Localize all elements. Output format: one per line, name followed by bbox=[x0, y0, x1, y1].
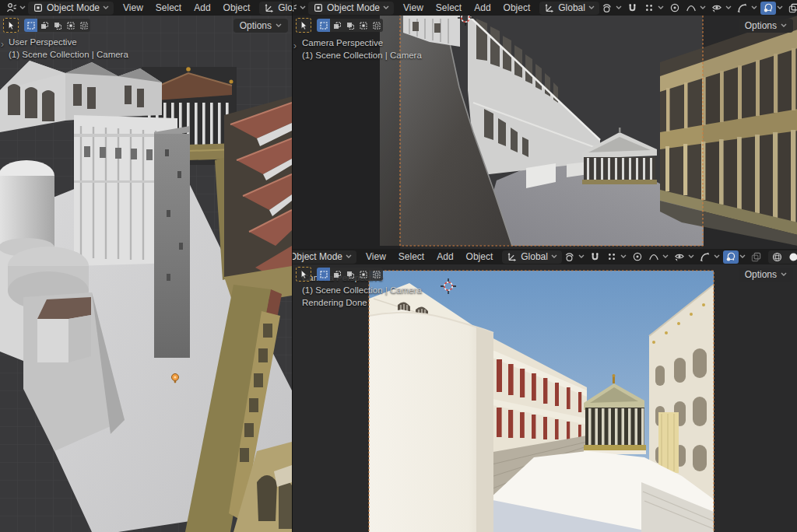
select-mode-set-button[interactable] bbox=[24, 19, 37, 32]
mode-dropdown[interactable]: Object Mode bbox=[28, 2, 114, 15]
pivot-point-chevron[interactable] bbox=[616, 2, 624, 15]
proportional-falloff-chevron[interactable] bbox=[662, 250, 671, 264]
menu-add[interactable]: Add bbox=[468, 0, 497, 16]
select-set-icon bbox=[319, 270, 328, 279]
menu-select[interactable]: Select bbox=[392, 249, 430, 264]
proportional-falloff-chevron[interactable] bbox=[700, 2, 708, 15]
xray-toggle-button[interactable] bbox=[749, 250, 764, 264]
menu-object[interactable]: Object bbox=[460, 249, 500, 264]
object-type-visibility-chevron[interactable] bbox=[688, 250, 697, 264]
select-extend-icon bbox=[332, 21, 342, 30]
chevron-down-icon bbox=[276, 23, 282, 28]
snap-toggle-button[interactable] bbox=[588, 250, 603, 264]
snap-target-button[interactable] bbox=[641, 2, 657, 15]
mode-dropdown[interactable]: Object Mode bbox=[308, 2, 394, 15]
sidebar-toggle-arrow[interactable]: › bbox=[293, 40, 297, 51]
select-mode-intersect-button[interactable] bbox=[370, 19, 383, 32]
menu-object[interactable]: Object bbox=[497, 0, 537, 16]
select-mode-extend-button[interactable] bbox=[330, 268, 343, 281]
options-button-top-right[interactable]: Options bbox=[739, 19, 793, 33]
orientation-label: Global bbox=[278, 2, 292, 13]
pivot-point-chevron[interactable] bbox=[578, 250, 587, 264]
active-tool-button[interactable] bbox=[296, 267, 311, 282]
pivot-point-button[interactable] bbox=[562, 250, 578, 264]
show-gizmo-button[interactable] bbox=[697, 250, 713, 264]
select-mode-invert-button[interactable] bbox=[64, 19, 77, 32]
select-mode-extend-button[interactable] bbox=[37, 19, 51, 32]
select-mode-intersect-button[interactable] bbox=[370, 268, 383, 281]
show-overlays-button[interactable] bbox=[760, 2, 776, 15]
object-type-visibility-chevron[interactable] bbox=[725, 2, 734, 15]
menu-view[interactable]: View bbox=[397, 0, 430, 16]
options-button-bottom-right[interactable]: Options bbox=[739, 268, 793, 282]
menu-add[interactable]: Add bbox=[188, 0, 216, 16]
viewport-canvas-left[interactable] bbox=[0, 16, 292, 532]
select-mode-invert-button[interactable] bbox=[356, 268, 370, 281]
chevron-down-icon bbox=[688, 254, 694, 259]
show-overlays-chevron[interactable] bbox=[739, 250, 748, 264]
proportional-editing-button[interactable] bbox=[667, 2, 683, 15]
options-label: Options bbox=[745, 20, 777, 31]
viewport-canvas-top-right[interactable] bbox=[293, 16, 797, 249]
active-tool-button[interactable] bbox=[3, 18, 19, 33]
active-tool-button[interactable] bbox=[296, 18, 311, 33]
viewport-bottom-right[interactable]: Object Mode View Select Add Object Globa… bbox=[292, 249, 797, 532]
snap-target-button[interactable] bbox=[604, 250, 620, 264]
select-mode-subtract-button[interactable] bbox=[343, 19, 356, 32]
editor-type-button[interactable] bbox=[3, 1, 28, 15]
orientation-dropdown[interactable]: Global bbox=[259, 2, 292, 15]
chevron-down-icon bbox=[781, 23, 787, 28]
show-gizmo-chevron[interactable] bbox=[714, 250, 722, 264]
select-subtract-icon bbox=[346, 21, 355, 30]
pivot-point-button[interactable] bbox=[599, 2, 615, 15]
menu-object[interactable]: Object bbox=[217, 0, 257, 16]
options-button-left[interactable]: Options bbox=[233, 19, 288, 33]
orientation-dropdown[interactable]: Global bbox=[502, 250, 562, 264]
xray-toggle-button[interactable] bbox=[786, 2, 797, 15]
mode-dropdown[interactable]: Object Mode bbox=[292, 250, 356, 264]
select-mode-set-button[interactable] bbox=[317, 19, 330, 32]
select-subtract-icon bbox=[346, 270, 355, 279]
proportional-editing-button[interactable] bbox=[630, 250, 645, 264]
menubar: View Select Add Object bbox=[360, 249, 499, 264]
select-mode-set-button[interactable] bbox=[317, 268, 330, 281]
chevron-down-icon bbox=[781, 272, 787, 277]
header-right-cluster bbox=[562, 250, 797, 264]
chevron-down-icon bbox=[700, 5, 706, 10]
menu-add[interactable]: Add bbox=[430, 249, 459, 264]
proportional-falloff-button[interactable] bbox=[646, 250, 662, 264]
select-mode-extend-button[interactable] bbox=[330, 19, 343, 32]
show-overlays-button[interactable] bbox=[723, 250, 739, 264]
select-cursor-icon bbox=[6, 20, 16, 30]
menu-select[interactable]: Select bbox=[149, 0, 188, 16]
proportional-falloff-button[interactable] bbox=[683, 2, 699, 15]
viewport-header-left: Object Mode View Select Add Object Globa… bbox=[0, 0, 292, 16]
select-mode-invert-button[interactable] bbox=[356, 19, 370, 32]
object-type-visibility-button[interactable] bbox=[709, 2, 725, 15]
viewport-top-right[interactable]: Object Mode View Select Add Object Globa… bbox=[292, 0, 797, 249]
select-mode-intersect-button[interactable] bbox=[77, 19, 90, 32]
xray-icon bbox=[750, 251, 762, 263]
show-gizmo-button[interactable] bbox=[735, 2, 750, 15]
select-mode-group bbox=[317, 19, 383, 32]
menu-select[interactable]: Select bbox=[430, 0, 468, 16]
header-right-cluster bbox=[599, 2, 797, 15]
editor-type-button[interactable] bbox=[292, 1, 308, 15]
orientation-dropdown[interactable]: Global bbox=[539, 2, 599, 15]
select-mode-subtract-button[interactable] bbox=[343, 268, 356, 281]
pivot-point-icon bbox=[564, 251, 575, 263]
menu-view[interactable]: View bbox=[360, 249, 392, 264]
select-mode-subtract-button[interactable] bbox=[51, 19, 64, 32]
show-gizmo-chevron[interactable] bbox=[751, 2, 760, 15]
viewport-left[interactable]: Object Mode View Select Add Object Globa… bbox=[0, 0, 292, 532]
object-type-visibility-button[interactable] bbox=[672, 250, 687, 264]
sidebar-toggle-arrow[interactable]: › bbox=[1, 39, 4, 50]
menu-view[interactable]: View bbox=[117, 0, 149, 16]
viewport-canvas-bottom-right[interactable] bbox=[293, 264, 797, 532]
snap-target-chevron[interactable] bbox=[658, 2, 666, 15]
shading-solid-button[interactable] bbox=[785, 250, 797, 264]
show-overlays-chevron[interactable] bbox=[777, 2, 785, 15]
shading-wireframe-button[interactable] bbox=[769, 250, 785, 264]
snap-target-chevron[interactable] bbox=[620, 250, 629, 264]
snap-toggle-button[interactable] bbox=[625, 2, 641, 15]
